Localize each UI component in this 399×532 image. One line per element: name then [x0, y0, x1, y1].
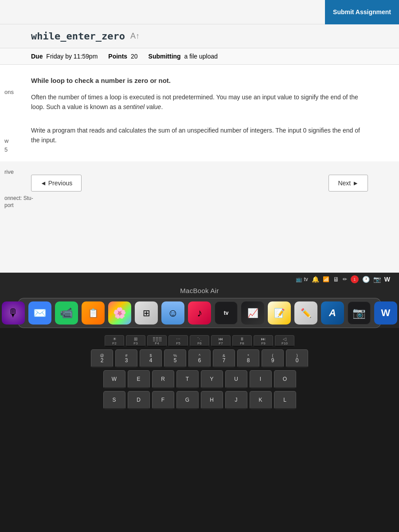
- asdf-row: S D F G H J K L: [4, 391, 395, 410]
- dock-stocks[interactable]: 📈: [241, 301, 264, 325]
- dock-finder[interactable]: ☺: [161, 301, 184, 325]
- key-8[interactable]: * 8: [237, 349, 259, 368]
- key-h[interactable]: H: [201, 391, 223, 410]
- points-value: 20: [131, 53, 138, 60]
- word-icon-status: W: [384, 276, 390, 283]
- due-value: Friday by 11:59pm: [46, 53, 98, 60]
- fn-row: ☀ F2 ⊞ F3 ⣿⣿⣿ F4 ⋯ F5 ⋱ F6 ⏮ F7: [4, 335, 395, 347]
- keyboard-area: ☀ F2 ⊞ F3 ⣿⣿⣿ F4 ⋯ F5 ⋱ F6 ⏮ F7: [0, 328, 399, 410]
- sidebar-ons: ons: [4, 89, 14, 95]
- dock-launchpad[interactable]: ⊞: [135, 301, 158, 325]
- key-u[interactable]: U: [225, 370, 247, 389]
- word-dock-icon: W: [381, 307, 391, 319]
- keynote-icon: A: [329, 307, 336, 319]
- sidebar-connect: onnect: Stu-port: [4, 195, 33, 209]
- sidebar-w: w: [4, 137, 8, 144]
- assignment-title-area: while_enter_zero A↑: [31, 31, 140, 42]
- dock-photos[interactable]: 🌸: [108, 301, 131, 325]
- content-heading: While loop to check a number is zero or …: [31, 75, 368, 86]
- sidebar-5: 5: [4, 146, 8, 153]
- key-j[interactable]: J: [225, 391, 247, 410]
- pencil-icon: ✏: [343, 276, 347, 282]
- key-f6[interactable]: ⋱ F6: [190, 335, 209, 347]
- key-f7[interactable]: ⏮ F7: [211, 335, 231, 347]
- dock-podcasts[interactable]: 🎙: [2, 301, 25, 325]
- key-i[interactable]: I: [250, 370, 272, 389]
- header-bar: Submit Assignment: [0, 0, 399, 24]
- clock-icon: 🕐: [362, 276, 370, 283]
- dock-notes[interactable]: 📝: [268, 301, 291, 325]
- sidebar-rive: rive: [4, 168, 14, 175]
- atv-icon: 📺 tv: [296, 276, 308, 282]
- key-f[interactable]: F: [152, 391, 174, 410]
- camera-icon: 📷: [373, 276, 381, 283]
- dock-facetime[interactable]: 📹: [55, 301, 78, 325]
- dock-container: 📺 tv 🔔 📶 🖥 ✏ 1 🕐 📷 W MacBook Air 🎙 ✉️ �: [0, 273, 399, 328]
- dock-camera[interactable]: 📷: [348, 301, 371, 325]
- badge: 1: [351, 275, 359, 283]
- key-l[interactable]: L: [274, 391, 296, 410]
- submit-assignment-button[interactable]: Submit Assignment: [325, 0, 399, 24]
- lms-content: Submit Assignment while_enter_zero A↑ Du…: [0, 0, 399, 275]
- assignment-title: while_enter_zero: [31, 31, 125, 42]
- next-button[interactable]: Next ►: [329, 175, 368, 192]
- key-7[interactable]: & 7: [213, 349, 235, 368]
- key-4[interactable]: $ 4: [140, 349, 162, 368]
- notes-icon: 📝: [274, 308, 285, 318]
- key-w[interactable]: W: [103, 370, 125, 389]
- qwerty-row: W E R T Y U I O: [4, 370, 395, 389]
- assignment-meta: while_enter_zero A↑: [0, 24, 399, 48]
- content-area: While loop to check a number is zero or …: [0, 65, 399, 161]
- key-0[interactable]: ) 0: [286, 349, 308, 368]
- key-f9[interactable]: ⏭ F9: [254, 335, 273, 347]
- key-o[interactable]: O: [274, 370, 296, 389]
- status-bar: 📺 tv 🔔 📶 🖥 ✏ 1 🕐 📷 W: [0, 274, 399, 285]
- macbook-label: MacBook Air: [0, 285, 399, 298]
- key-f4[interactable]: ⣿⣿⣿ F4: [147, 335, 167, 347]
- script-icon: ✏️: [301, 308, 312, 318]
- monitor-icon: 🖥: [333, 276, 339, 283]
- music-icon: ♪: [197, 307, 202, 319]
- dock-appletv[interactable]: tv: [215, 301, 238, 325]
- key-f3[interactable]: ⊞ F3: [126, 335, 145, 347]
- key-k[interactable]: K: [250, 391, 272, 410]
- mail-icon: ✉️: [33, 307, 47, 319]
- key-r[interactable]: R: [152, 370, 174, 389]
- notification-icon: 🔔: [312, 276, 319, 283]
- dock-scripteditor[interactable]: ✏️: [294, 301, 317, 325]
- key-y[interactable]: Y: [201, 370, 223, 389]
- key-f8[interactable]: ⏸ F8: [232, 335, 252, 347]
- key-g[interactable]: G: [176, 391, 199, 410]
- dock-mail[interactable]: ✉️: [28, 301, 51, 325]
- content-paragraph2: Write a program that reads and calculate…: [31, 125, 368, 145]
- reminders-icon: 📋: [88, 308, 99, 318]
- key-s[interactable]: S: [103, 391, 125, 410]
- dock-music[interactable]: ♪: [188, 301, 211, 325]
- key-f5[interactable]: ⋯ F5: [168, 335, 188, 347]
- wifi-icon: 📶: [323, 276, 329, 282]
- camera2-icon: 📷: [352, 307, 366, 319]
- key-3[interactable]: # 3: [115, 349, 137, 368]
- photos-icon: 🌸: [113, 307, 126, 319]
- points-label: Points 20: [108, 53, 137, 60]
- dock-bar: 🎙 ✉️ 📹 📋 🌸 ⊞ ☺: [18, 298, 381, 328]
- dock-keynote[interactable]: A: [321, 301, 344, 325]
- due-label: Due Friday by 11:59pm: [31, 53, 98, 60]
- key-f10[interactable]: ◁ F10: [275, 335, 294, 347]
- dock-reminders[interactable]: 📋: [82, 301, 105, 325]
- stocks-icon: 📈: [247, 308, 258, 318]
- key-d[interactable]: D: [128, 391, 150, 410]
- dock-word[interactable]: W: [374, 301, 397, 325]
- key-f2[interactable]: ☀ F2: [105, 335, 124, 347]
- key-5[interactable]: % 5: [164, 349, 186, 368]
- finder-icon: ☺: [168, 307, 179, 319]
- macbook-area: 📺 tv 🔔 📶 🖥 ✏ 1 🕐 📷 W MacBook Air 🎙 ✉️ �: [0, 273, 399, 532]
- key-t[interactable]: T: [176, 370, 199, 389]
- key-2[interactable]: @ 2: [91, 349, 113, 368]
- key-9[interactable]: ( 9: [262, 349, 284, 368]
- title-icon: A↑: [130, 31, 140, 41]
- appletv-icon: tv: [224, 310, 229, 316]
- key-6[interactable]: ^ 6: [188, 349, 211, 368]
- previous-button[interactable]: ◄ Previous: [31, 175, 82, 192]
- key-e[interactable]: E: [128, 370, 150, 389]
